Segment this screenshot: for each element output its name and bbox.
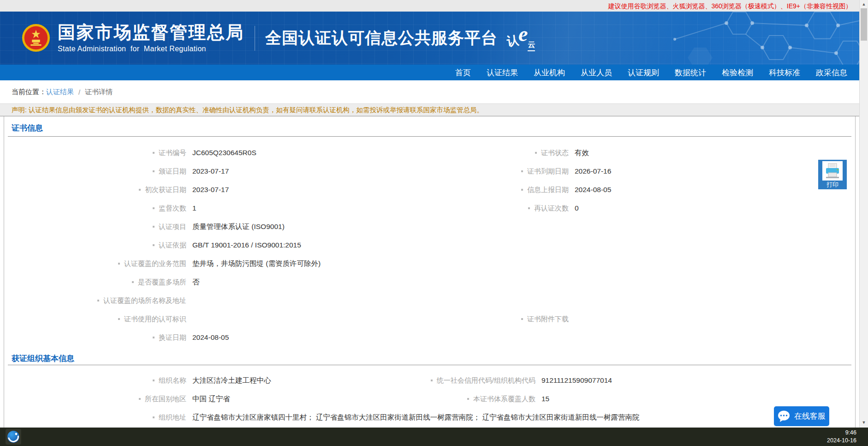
field-value: 垫井场，井场防污围堤 (需资质许可除外) xyxy=(192,259,321,269)
certificate-detail-panel: 证书信息 证书编号JC605Q230645R0S颁证日期2023-07-17初次… xyxy=(4,116,856,428)
nav-item[interactable]: 从业人员 xyxy=(581,67,612,78)
bullet-icon xyxy=(521,189,523,191)
nav-item[interactable]: 认证结果 xyxy=(487,67,518,78)
nav-item[interactable]: 认证规则 xyxy=(628,67,659,78)
nav-item[interactable]: 政采信息 xyxy=(816,67,847,78)
field-row: 认证覆盖的场所名称及地址 xyxy=(4,291,192,310)
field-value: GB/T 19001-2016 / ISO9001:2015 xyxy=(192,241,301,249)
field-label: 认证覆盖的场所名称及地址 xyxy=(4,296,186,305)
field-row: 组织地址辽宁省盘锦市大洼区唐家镇四十里村； 辽宁省盘锦市大洼区田家街道新田线一树… xyxy=(4,408,640,427)
bullet-icon xyxy=(528,207,530,209)
organization-fields: 组织名称大洼区洁冷土建工程中心所在国别地区中国 辽宁省组织地址辽宁省盘锦市大洼区… xyxy=(4,371,855,427)
field-row: 认证项目质量管理体系认证 (ISO9001) xyxy=(4,217,285,236)
taskbar-time: 9:46 xyxy=(827,429,856,437)
field-row: 本证书体系覆盖人数15 xyxy=(365,390,549,408)
browser-viewport: 建议使用谷歌浏览器、火狐浏览器、360浏览器（极速模式）、IE9+（非兼容性视图… xyxy=(0,0,859,428)
ren-e-yun-logo: 认 e 云 xyxy=(507,25,535,51)
field-value: 15 xyxy=(541,395,549,403)
field-value: 2023-07-17 xyxy=(192,167,229,175)
bullet-icon xyxy=(153,244,155,246)
field-value: 2023-07-17 xyxy=(192,186,229,194)
field-label: 信息上报日期 xyxy=(365,186,569,194)
certificate-fields: 证书编号JC605Q230645R0S颁证日期2023-07-17初次获证日期2… xyxy=(4,144,855,347)
scrollbar-thumb[interactable] xyxy=(861,8,867,41)
field-label: 证书附件下载 xyxy=(365,315,569,324)
bullet-icon xyxy=(521,170,523,172)
nav-item[interactable]: 首页 xyxy=(455,67,471,78)
section-divider xyxy=(8,136,851,137)
field-label: 证书编号 xyxy=(4,149,186,157)
bullet-icon xyxy=(431,380,433,381)
field-row: 换证日期2024-08-05 xyxy=(4,328,229,347)
field-value: 大洼区洁冷土建工程中心 xyxy=(192,376,271,386)
field-value: 否 xyxy=(192,277,200,287)
ren-e-yun-char-e: e xyxy=(518,24,528,45)
scrollbar-up-arrow[interactable]: ▲ xyxy=(860,2,868,6)
field-label: 所在国别地区 xyxy=(4,395,186,404)
section-title-certificate-info: 证书信息 xyxy=(12,123,43,133)
field-label: 初次获证日期 xyxy=(4,186,186,194)
field-value: 2024-08-05 xyxy=(575,186,611,194)
browser-taskbar-icon[interactable] xyxy=(6,429,21,445)
bullet-icon xyxy=(118,263,120,265)
nav-item[interactable]: 检验检测 xyxy=(722,67,753,78)
field-row: 证书附件下载 xyxy=(365,310,575,328)
bullet-icon xyxy=(139,189,141,191)
bullet-icon xyxy=(153,152,155,154)
field-row: 证书状态有效 xyxy=(365,144,589,162)
online-chat-label: 在线客服 xyxy=(794,411,826,422)
bullet-icon xyxy=(97,300,99,301)
field-value: 质量管理体系认证 (ISO9001) xyxy=(192,222,285,232)
online-chat-button[interactable]: 在线客服 xyxy=(774,406,829,426)
national-emblem-icon xyxy=(21,23,51,53)
browser-notice-text: 建议使用谷歌浏览器、火狐浏览器、360浏览器（极速模式）、IE9+（非兼容性视图… xyxy=(608,2,852,10)
nav-item[interactable]: 数据统计 xyxy=(675,67,706,78)
nav-item[interactable]: 科技标准 xyxy=(769,67,800,78)
field-value: 有效 xyxy=(575,148,589,158)
field-row: 所在国别地区中国 辽宁省 xyxy=(4,390,230,408)
bullet-icon xyxy=(132,281,134,283)
field-row: 监督次数1 xyxy=(4,199,196,217)
org-title-cn: 国家市场监督管理总局 xyxy=(58,23,244,42)
field-label: 认证依据 xyxy=(4,241,186,250)
site-logo[interactable]: 国家市场监督管理总局 State Administration for Mark… xyxy=(21,23,244,54)
bullet-icon xyxy=(118,318,120,320)
field-row: 颁证日期2023-07-17 xyxy=(4,162,229,181)
bullet-icon xyxy=(153,207,155,209)
ren-e-yun-char-yun: 云 xyxy=(528,40,535,51)
field-label: 认证覆盖的业务范围 xyxy=(4,259,186,268)
field-row: 初次获证日期2023-07-17 xyxy=(4,181,229,199)
field-row: 证书到期日期2026-07-16 xyxy=(365,162,611,181)
taskbar: 9:46 2024-10-16 xyxy=(0,428,868,446)
header-divider xyxy=(255,26,255,51)
field-label: 颁证日期 xyxy=(4,167,186,176)
field-row: 再认证次数0 xyxy=(365,199,579,217)
scrollbar-down-arrow[interactable]: ▼ xyxy=(860,420,868,425)
field-value: 2024-08-05 xyxy=(192,333,229,342)
scrollbar[interactable]: ▲ ▼ xyxy=(859,0,868,428)
field-label: 证书使用的认可标识 xyxy=(4,315,186,324)
breadcrumb-separator: / xyxy=(78,88,80,96)
breadcrumb-label: 当前位置： xyxy=(12,88,46,96)
field-row: 是否覆盖多场所否 xyxy=(4,273,200,291)
org-title-en: State Administration for Market Regulati… xyxy=(58,45,244,53)
site-title-block: 国家市场监督管理总局 State Administration for Mark… xyxy=(58,23,244,54)
field-value: JC605Q230645R0S xyxy=(192,149,256,157)
chat-bubble-icon xyxy=(778,410,790,422)
page: 建议使用谷歌浏览器、火狐浏览器、360浏览器（极速模式）、IE9+（非兼容性视图… xyxy=(0,0,868,446)
bullet-icon xyxy=(153,416,155,418)
section-divider xyxy=(8,365,851,365)
print-button[interactable]: 打印 xyxy=(818,160,847,189)
field-label: 换证日期 xyxy=(4,333,186,342)
field-label: 证书到期日期 xyxy=(365,167,569,176)
print-button-label: 打印 xyxy=(818,181,847,189)
field-value: 0 xyxy=(575,204,579,212)
field-label: 证书状态 xyxy=(365,149,569,157)
breadcrumb-link-cert-results[interactable]: 认证结果 xyxy=(46,88,74,96)
field-value: 2026-07-16 xyxy=(575,167,611,175)
bullet-icon xyxy=(139,398,141,400)
taskbar-clock[interactable]: 9:46 2024-10-16 xyxy=(827,429,856,445)
nav-menu: 首页认证结果从业机构从业人员认证规则数据统计检验检测科技标准政采信息 xyxy=(440,67,847,78)
bullet-icon xyxy=(467,398,469,400)
nav-item[interactable]: 从业机构 xyxy=(534,67,565,78)
